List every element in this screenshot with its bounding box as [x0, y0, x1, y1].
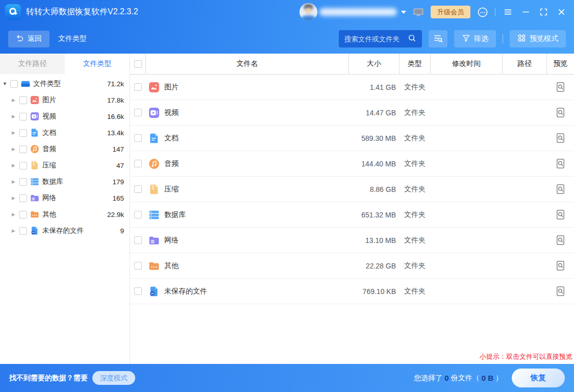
expand-caret-icon[interactable]: ▼	[3, 81, 9, 86]
preview-file-icon[interactable]	[556, 286, 565, 297]
file-size: 1.41 GB	[349, 83, 399, 91]
expand-caret-icon[interactable]: ▶	[12, 228, 18, 233]
other-icon	[148, 260, 160, 272]
tab-file-path[interactable]: 文件路径	[0, 54, 65, 74]
row-checkbox[interactable]	[134, 134, 142, 142]
filter-icon	[462, 34, 470, 44]
close-icon[interactable]	[556, 8, 567, 16]
selection-suffix: ）	[495, 374, 503, 383]
back-arrow-icon	[16, 34, 24, 44]
chevron-down-icon[interactable]	[401, 11, 406, 14]
tree-item-checkbox[interactable]	[19, 129, 27, 137]
app-logo-icon	[5, 4, 21, 20]
table-header: 文件名 大小 类型 修改时间 路径 预览	[130, 54, 574, 75]
deep-mode-button[interactable]: 深度模式	[92, 371, 135, 385]
database-icon	[30, 177, 39, 186]
search-box[interactable]	[339, 30, 422, 47]
table-row[interactable]: 网络 13.10 MB 文件夹	[130, 228, 574, 253]
minimize-icon[interactable]	[520, 8, 531, 16]
row-checkbox[interactable]	[134, 109, 142, 116]
table-row[interactable]: 音频 144.40 MB 文件夹	[130, 151, 574, 177]
expand-caret-icon[interactable]: ▶	[12, 130, 18, 135]
tree-item-checkbox[interactable]	[19, 178, 27, 186]
table-row[interactable]: 文档 589.30 MB 文件夹	[130, 126, 574, 151]
file-name: 压缩	[164, 185, 179, 194]
tree-item-checkbox[interactable]	[19, 211, 27, 218]
tree-item[interactable]: ▶ 网络 165	[0, 190, 130, 206]
row-checkbox[interactable]	[134, 211, 142, 218]
tree-item[interactable]: ▶ 文档 13.4k	[0, 125, 130, 141]
row-checkbox[interactable]	[134, 287, 142, 295]
tree-item[interactable]: ▶ 图片 17.8k	[0, 92, 130, 108]
tree-item-checkbox[interactable]	[19, 194, 27, 202]
search-input[interactable]	[344, 35, 404, 43]
tree-item-checkbox[interactable]	[10, 80, 18, 88]
user-account-menu[interactable]	[300, 3, 406, 21]
table-row[interactable]: 数据库 651.32 MB 文件夹	[130, 202, 574, 228]
recover-button[interactable]: 恢复	[512, 369, 565, 387]
monitor-icon[interactable]	[413, 7, 424, 18]
file-size: 8.86 GB	[349, 185, 399, 193]
expand-caret-icon[interactable]: ▶	[12, 163, 18, 168]
preview-file-icon[interactable]	[556, 209, 565, 220]
row-checkbox[interactable]	[134, 236, 142, 244]
tree-item[interactable]: ▶ 数据库 179	[0, 174, 130, 190]
customer-service-icon[interactable]	[477, 7, 488, 18]
preview-file-icon[interactable]	[556, 133, 565, 143]
tree-item[interactable]: ▶ 压缩 47	[0, 157, 130, 174]
file-type: 文件夹	[400, 83, 430, 92]
menu-icon[interactable]	[502, 8, 513, 16]
drive-icon	[21, 79, 30, 88]
table-row[interactable]: 其他 22.28 GB 文件夹	[130, 253, 574, 279]
advanced-search-button[interactable]	[429, 30, 447, 47]
tree-item-checkbox[interactable]	[19, 113, 27, 120]
selection-prefix: 您选择了	[414, 374, 442, 383]
database-icon	[148, 209, 160, 220]
tree-item[interactable]: ▶ 音频 147	[0, 141, 130, 157]
tree-item[interactable]: ▶ 其他 22.9k	[0, 206, 130, 223]
preview-file-icon[interactable]	[556, 158, 565, 169]
video-icon	[30, 112, 39, 121]
search-icon[interactable]	[408, 34, 416, 44]
tree-item-checkbox[interactable]	[19, 162, 27, 169]
other-icon	[30, 210, 39, 219]
tree-item-checkbox[interactable]	[19, 227, 27, 235]
expand-caret-icon[interactable]: ▶	[12, 179, 18, 184]
select-all-checkbox[interactable]	[134, 60, 142, 68]
file-table-body: 图片 1.41 GB 文件夹 视频 14.47 GB 文件夹	[130, 75, 574, 304]
table-row[interactable]: 视频 14.47 GB 文件夹	[130, 100, 574, 126]
table-row[interactable]: 压缩 8.86 GB 文件夹	[130, 177, 574, 202]
video-icon	[148, 107, 160, 118]
preview-mode-button[interactable]: 预览模式	[510, 30, 566, 47]
table-row[interactable]: 未保存的文件 769.10 KB 文件夹	[130, 279, 574, 304]
tree-item[interactable]: ▼ 文件类型 71.2k	[0, 76, 130, 92]
expand-caret-icon[interactable]: ▶	[12, 97, 18, 103]
row-checkbox[interactable]	[134, 262, 142, 270]
file-type: 文件夹	[400, 236, 430, 245]
preview-file-icon[interactable]	[556, 235, 565, 246]
tree-item-checkbox[interactable]	[19, 145, 27, 153]
row-checkbox[interactable]	[134, 160, 142, 167]
document-icon	[30, 128, 39, 137]
table-row[interactable]: 图片 1.41 GB 文件夹	[130, 75, 574, 100]
preview-file-icon[interactable]	[556, 82, 565, 92]
filter-button[interactable]: 筛选	[454, 30, 496, 47]
row-checkbox[interactable]	[134, 185, 142, 193]
preview-file-icon[interactable]	[556, 260, 565, 271]
back-button[interactable]: 返回	[8, 31, 49, 47]
tree-item-checkbox[interactable]	[19, 96, 27, 104]
expand-caret-icon[interactable]: ▶	[12, 146, 18, 152]
tree-item[interactable]: ▶ 视频 16.6k	[0, 108, 130, 125]
tab-file-type[interactable]: 文件类型	[65, 54, 130, 74]
expand-caret-icon[interactable]: ▶	[12, 114, 18, 119]
maximize-icon[interactable]	[538, 8, 549, 16]
preview-file-icon[interactable]	[556, 184, 565, 194]
tree-item[interactable]: ▶ 未保存的文件 9	[0, 223, 130, 239]
expand-caret-icon[interactable]: ▶	[12, 212, 18, 217]
expand-caret-icon[interactable]: ▶	[12, 195, 18, 201]
row-checkbox[interactable]	[134, 83, 142, 91]
preview-file-icon[interactable]	[556, 107, 565, 118]
upgrade-membership-button[interactable]: 升级会员	[431, 6, 470, 18]
deep-scan-prompt: 找不到需要的数据？需要	[9, 374, 88, 383]
avatar[interactable]	[300, 3, 317, 21]
